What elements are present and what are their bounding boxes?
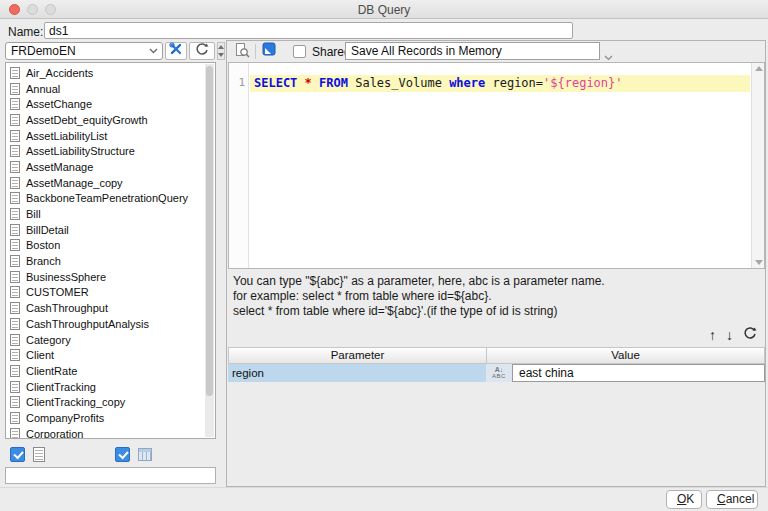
table-list-item[interactable]: Bill [6,206,215,222]
table-list-item[interactable]: ClientRate [6,363,215,379]
splitter-spinner[interactable] [217,42,225,60]
table-list-item[interactable]: BillDetail [6,222,215,238]
table-list-item[interactable]: AssetLiabilityList [6,128,215,144]
storage-mode-select[interactable]: Save All Records in Memory [345,42,600,60]
table-list-item[interactable]: Air_Accidents [6,65,215,81]
parameter-type-cell[interactable]: A↓ ABC [486,364,512,382]
table-icon [10,255,20,267]
sql-current-line[interactable]: SELECT * FROM Sales_Volume where region=… [250,75,750,92]
views-filter-checkbox[interactable] [115,447,130,462]
table-list-item[interactable]: CashThroughputAnalysis [6,316,215,332]
parameter-row: region A↓ ABC east china [228,364,765,382]
table-list-item[interactable]: ClientTracking [6,379,215,395]
move-up-icon[interactable]: ↑ [709,328,716,342]
tiny-down-icon [218,53,224,57]
object-type-filters [5,444,216,464]
table-name: AssetChange [26,98,92,110]
ok-button[interactable]: OK [666,490,702,509]
connection-settings-button[interactable] [165,42,187,60]
cancel-button[interactable]: Cancel [706,490,758,509]
table-name: Corporation [26,428,83,439]
table-list-item[interactable]: Annual [6,81,215,97]
scroll-up-icon[interactable] [755,66,763,71]
connection-value: FRDemoEN [11,44,76,58]
table-list-item[interactable]: CompanyProfits [6,410,215,426]
preview-data-button[interactable] [232,43,252,60]
table-list-item[interactable]: AssetDebt_equityGrowth [6,112,215,128]
table-name: Bill [26,208,41,220]
scrollbar-thumb[interactable] [206,66,213,396]
table-icon [10,239,20,251]
editor-scrollbar[interactable] [751,63,764,268]
sql-editor[interactable]: 1 SELECT * FROM Sales_Volume where regio… [228,62,765,269]
line-number-gutter: 1 [229,63,249,268]
edit-query-button[interactable] [259,43,279,60]
edit-query-icon [262,42,277,61]
table-name: ClientTracking [26,381,96,393]
table-icon [10,428,20,439]
table-name: AssetLiabilityList [26,130,107,142]
table-name: AssetLiabilityStructure [26,145,135,157]
line-number: 1 [229,76,245,89]
sql-token-plain: region= [485,76,543,90]
parameter-column-header: Parameter [229,348,487,363]
connection-select[interactable]: FRDemoEN [5,42,163,60]
sql-token-plain: Sales_Volume [348,76,449,90]
sql-token-plain [312,76,319,90]
table-name: ClientTracking_copy [26,396,125,408]
table-list-item[interactable]: ClientTracking_copy [6,394,215,410]
table-icon [10,318,20,330]
table-name: BackboneTeamPenetrationQuery [26,192,188,204]
tables-filter-checkbox[interactable] [10,447,25,462]
preview-data-icon [234,42,250,62]
table-name: AssetDebt_equityGrowth [26,114,148,126]
table-icon [10,208,20,220]
table-list-item[interactable]: Boston [6,238,215,254]
table-list-item[interactable]: Corporation [6,426,215,439]
table-icon [10,67,20,79]
table-name: AssetManage [26,161,93,173]
table-list-item[interactable]: BusinessSphere [6,269,215,285]
table-list-item[interactable]: AssetManage [6,159,215,175]
table-name: CashThroughput [26,302,108,314]
table-list-item[interactable]: Category [6,332,215,348]
chevron-down-icon [149,48,158,54]
storage-mode-value: Save All Records in Memory [351,44,502,58]
table-icon [10,286,20,298]
table-list-item[interactable]: AssetLiabilityStructure [6,143,215,159]
table-name: AssetManage_copy [26,177,123,189]
table-icon [10,271,20,283]
title-bar: DB Query [0,0,768,19]
table-name: BillDetail [26,224,69,236]
refresh-connection-button[interactable] [189,42,215,60]
refresh-icon [195,42,209,60]
table-list-scrollbar[interactable] [205,64,214,437]
table-icon [10,302,20,314]
table-list[interactable]: Air_AccidentsAnnualAssetChangeAssetDebt_… [5,62,216,439]
refresh-parameters-icon[interactable] [743,326,757,344]
table-list-item[interactable]: Client [6,347,215,363]
table-list-item[interactable]: AssetChange [6,96,215,112]
table-list-item[interactable]: AssetManage_copy [6,175,215,191]
wrench-icon [169,42,183,60]
table-list-item[interactable]: Branch [6,253,215,269]
table-list-item[interactable]: BackboneTeamPenetrationQuery [6,191,215,207]
scroll-down-icon[interactable] [755,260,763,265]
table-name: Branch [26,255,61,267]
move-down-icon[interactable]: ↓ [726,328,733,342]
help-line-3: select * from table where id='${abc}'.(i… [233,304,605,319]
shared-dataset-checkbox[interactable] [293,45,306,58]
table-list-item[interactable]: CashThroughput [6,300,215,316]
table-name: Client [26,349,54,361]
view-grid-icon [138,448,152,461]
parameter-value-input[interactable]: east china [512,364,765,382]
table-search-input[interactable] [5,467,216,484]
sql-token-kw: SELECT [254,76,297,90]
table-icon [10,161,20,173]
table-list-item[interactable]: CUSTOMER [6,285,215,301]
parameter-table-header: Parameter Value [228,347,765,364]
dataset-name-input[interactable] [44,22,573,39]
table-name: ClientRate [26,365,77,377]
table-name: Category [26,334,71,346]
parameter-name-cell[interactable]: region [228,364,486,382]
